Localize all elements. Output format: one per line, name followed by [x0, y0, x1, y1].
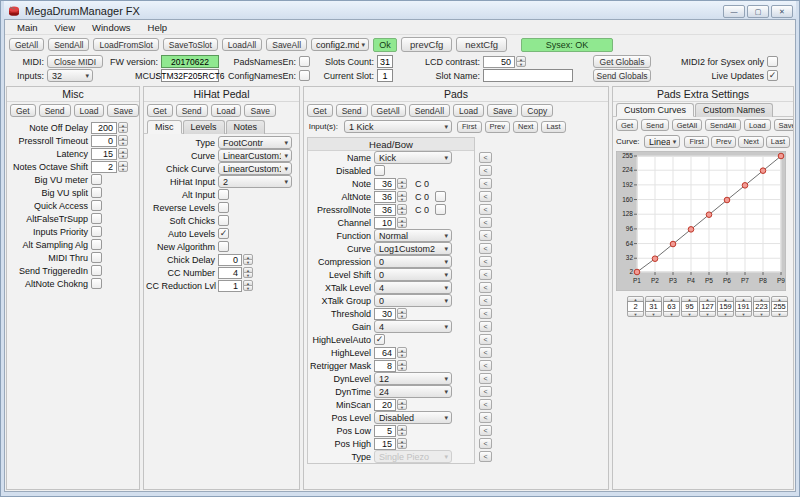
send-globals-button[interactable]: Send Globals [593, 69, 651, 82]
curve-nav-last-button[interactable]: Last [766, 136, 790, 148]
function-arrow-button[interactable]: < [479, 230, 492, 241]
inputs-dropdown[interactable]: 32 ▾ [47, 69, 93, 82]
pads-nav-last-button[interactable]: Last [541, 121, 565, 133]
pads-sendall-button[interactable]: SendAll [409, 104, 450, 117]
spin-down-icon[interactable]: ▼ [243, 272, 253, 278]
hihat-save-button[interactable]: Save [244, 104, 275, 117]
menu-main[interactable]: Main [9, 21, 46, 34]
pads-nav-prev-button[interactable]: Prev [485, 121, 510, 133]
spin-down-icon[interactable]: ▼ [397, 404, 407, 410]
hihat-tab-levels[interactable]: Levels [183, 120, 225, 134]
quick-access-checkbox[interactable] [91, 200, 102, 211]
pos-level-arrow-button[interactable]: < [479, 412, 492, 423]
spin-down-icon[interactable]: ▼ [118, 153, 128, 159]
spin-down-icon[interactable]: ▼ [397, 209, 407, 215]
minscan-arrow-button[interactable]: < [479, 399, 492, 410]
misc-save-button[interactable]: Save [107, 104, 138, 117]
slot-name-input[interactable] [483, 69, 573, 82]
pads-nav-first-button[interactable]: First [457, 121, 482, 133]
level-shift-arrow-button[interactable]: < [479, 269, 492, 280]
misc-get-button[interactable]: Get [10, 104, 36, 117]
threshold-spinner[interactable]: 30▲▼ [374, 308, 407, 320]
config-names-en-checkbox[interactable] [299, 70, 310, 81]
highlevelauto-checkbox[interactable]: ✓ [374, 334, 385, 345]
dyntime-arrow-button[interactable]: < [479, 386, 492, 397]
pos-high-spinner[interactable]: 15▲▼ [374, 438, 407, 450]
altnote-arrow-button[interactable]: < [479, 191, 492, 202]
dyntime-dropdown[interactable]: 24▾ [374, 385, 452, 398]
minscan-spinner[interactable]: 20▲▼ [374, 399, 407, 411]
dynlevel-dropdown[interactable]: 12▾ [374, 372, 452, 385]
gain-arrow-button[interactable]: < [479, 321, 492, 332]
highlevelauto-arrow-button[interactable]: < [479, 334, 492, 345]
curve-point-5[interactable] [706, 212, 712, 218]
decrement-icon[interactable]: ▼ [735, 311, 752, 317]
curve-point-9-spinner[interactable]: ▲255▼ [771, 296, 788, 317]
xtalk-level-dropdown[interactable]: 4▾ [374, 281, 452, 294]
pads-getall-button[interactable]: GetAll [371, 104, 406, 117]
pos-low-arrow-button[interactable]: < [479, 425, 492, 436]
extra-load-button[interactable]: Load [744, 119, 771, 131]
spin-down-icon[interactable]: ▼ [118, 127, 128, 133]
curve-point-6-spinner[interactable]: ▲159▼ [717, 296, 734, 317]
name-dropdown[interactable]: Kick▾ [374, 151, 452, 164]
pos-high-arrow-button[interactable]: < [479, 438, 492, 449]
menu-help[interactable]: Help [140, 21, 176, 34]
curve-dropdown[interactable]: Log1Custom2▾ [374, 242, 452, 255]
prevcfg-button[interactable]: prevCfg [401, 37, 452, 52]
alt-input-checkbox[interactable] [218, 189, 229, 200]
note-spinner[interactable]: 36▲▼ [374, 178, 407, 190]
function-dropdown[interactable]: Normal▾ [374, 229, 452, 242]
soft-chicks-checkbox[interactable] [218, 215, 229, 226]
curve-point-5-spinner[interactable]: ▲127▼ [699, 296, 716, 317]
send-triggeredin-checkbox[interactable] [91, 265, 102, 276]
notes-octave-shift-spinner[interactable]: 2▲▼ [91, 161, 128, 173]
pressroll-timeout-spinner[interactable]: 0▲▼ [91, 135, 128, 147]
custom-curve-chart[interactable]: 2326496128160192224255P1P2P3P4P5P6P7P8P9 [616, 151, 786, 291]
level-shift-dropdown[interactable]: 0▾ [374, 268, 452, 281]
compression-arrow-button[interactable]: < [479, 256, 492, 267]
retrigger-mask-arrow-button[interactable]: < [479, 360, 492, 371]
xtalk-group-arrow-button[interactable]: < [479, 295, 492, 306]
alt-sampling-alg-checkbox[interactable] [91, 239, 102, 250]
curve-point-3-spinner[interactable]: ▲63▼ [663, 296, 680, 317]
curve-point-4[interactable] [688, 227, 694, 233]
hihat-get-button[interactable]: Get [147, 104, 173, 117]
xtalk-group-dropdown[interactable]: 0▾ [374, 294, 452, 307]
toolbar-loadall-button[interactable]: LoadAll [222, 38, 262, 51]
altnote-spinner[interactable]: 36▲▼ [374, 191, 407, 203]
retrigger-mask-spinner[interactable]: 8▲▼ [374, 360, 407, 372]
spin-down-icon[interactable]: ▼ [516, 61, 526, 67]
new-algorithm-checkbox[interactable] [218, 241, 229, 252]
hihat-send-button[interactable]: Send [176, 104, 208, 117]
curve-point-9[interactable] [778, 153, 784, 159]
cc-number-spinner[interactable]: 4▲▼ [218, 267, 253, 279]
decrement-icon[interactable]: ▼ [681, 311, 698, 317]
gain-dropdown[interactable]: 4▾ [374, 320, 452, 333]
misc-send-button[interactable]: Send [39, 104, 71, 117]
menu-windows[interactable]: Windows [84, 21, 139, 34]
curve-point-1-spinner[interactable]: ▲2▼ [627, 296, 644, 317]
curve-nav-prev-button[interactable]: Prev [711, 136, 736, 148]
midi2-sysex-checkbox[interactable] [767, 56, 778, 67]
compression-dropdown[interactable]: 0▾ [374, 255, 452, 268]
pads-send-button[interactable]: Send [336, 104, 368, 117]
type-dropdown[interactable]: FootContr▾ [218, 136, 292, 149]
spin-down-icon[interactable]: ▼ [397, 352, 407, 358]
spin-down-icon[interactable]: ▼ [397, 430, 407, 436]
channel-arrow-button[interactable]: < [479, 217, 492, 228]
decrement-icon[interactable]: ▼ [627, 311, 644, 317]
note-arrow-button[interactable]: < [479, 178, 492, 189]
big-vu-meter-checkbox[interactable] [91, 174, 102, 185]
minimize-button[interactable]: — [723, 5, 745, 18]
menu-view[interactable]: View [47, 21, 83, 34]
decrement-icon[interactable]: ▼ [663, 311, 680, 317]
curve-dropdown[interactable]: LinearCustom1 ▾ [644, 135, 680, 148]
pads-save-button[interactable]: Save [487, 104, 518, 117]
maximize-button[interactable]: ▢ [747, 5, 769, 18]
curve-point-8[interactable] [760, 168, 766, 174]
altnote-chokng-checkbox[interactable] [91, 278, 102, 289]
close-midi-button[interactable]: Close MIDI [47, 55, 103, 68]
chick-curve-dropdown[interactable]: LinearCustom1▾ [218, 162, 292, 175]
toolbar-loadfromslot-button[interactable]: LoadFromSlot [93, 38, 158, 51]
